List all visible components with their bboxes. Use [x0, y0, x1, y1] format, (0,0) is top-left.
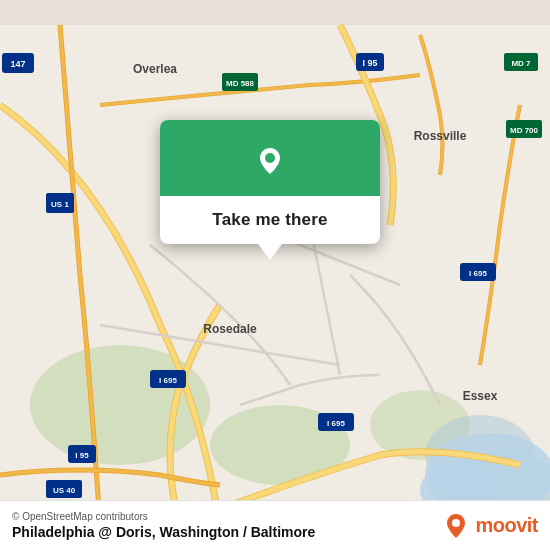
svg-text:Overlea: Overlea — [133, 62, 177, 76]
popup-card-header — [160, 120, 380, 196]
svg-text:Rosedale: Rosedale — [203, 322, 257, 336]
svg-text:US 40: US 40 — [53, 486, 76, 495]
bottom-bar: © OpenStreetMap contributors Philadelphi… — [0, 500, 550, 550]
osm-credit: © OpenStreetMap contributors — [12, 511, 315, 522]
svg-text:I 695: I 695 — [159, 376, 177, 385]
svg-text:Rossville: Rossville — [414, 129, 467, 143]
popup-card: Take me there — [160, 120, 380, 244]
svg-text:I 695: I 695 — [327, 419, 345, 428]
svg-point-36 — [265, 153, 275, 163]
svg-text:MD 7: MD 7 — [511, 59, 531, 68]
popup-card-body: Take me there — [160, 196, 380, 244]
bottom-left: © OpenStreetMap contributors Philadelphi… — [12, 511, 315, 540]
popup-pointer — [258, 244, 282, 260]
moovit-text: moovit — [475, 514, 538, 537]
svg-text:I 695: I 695 — [469, 269, 487, 278]
svg-text:MD 700: MD 700 — [510, 126, 539, 135]
moovit-logo: moovit — [442, 512, 538, 540]
location-label: Philadelphia @ Doris, Washington / Balti… — [12, 524, 315, 540]
take-me-there-button[interactable]: Take me there — [212, 210, 327, 230]
svg-text:Essex: Essex — [463, 389, 498, 403]
moovit-pin-icon — [442, 512, 470, 540]
svg-text:US 1: US 1 — [51, 200, 69, 209]
svg-text:MD 588: MD 588 — [226, 79, 255, 88]
svg-text:I 95: I 95 — [362, 58, 377, 68]
svg-point-37 — [452, 519, 460, 527]
svg-point-1 — [30, 345, 210, 465]
map-background: 147 US 1 MD 588 I 95 MD 7 MD 700 I 695 I… — [0, 0, 550, 550]
location-pin-icon — [248, 138, 292, 182]
map-container: 147 US 1 MD 588 I 95 MD 7 MD 700 I 695 I… — [0, 0, 550, 550]
svg-text:I 95: I 95 — [75, 451, 89, 460]
svg-text:147: 147 — [10, 59, 25, 69]
